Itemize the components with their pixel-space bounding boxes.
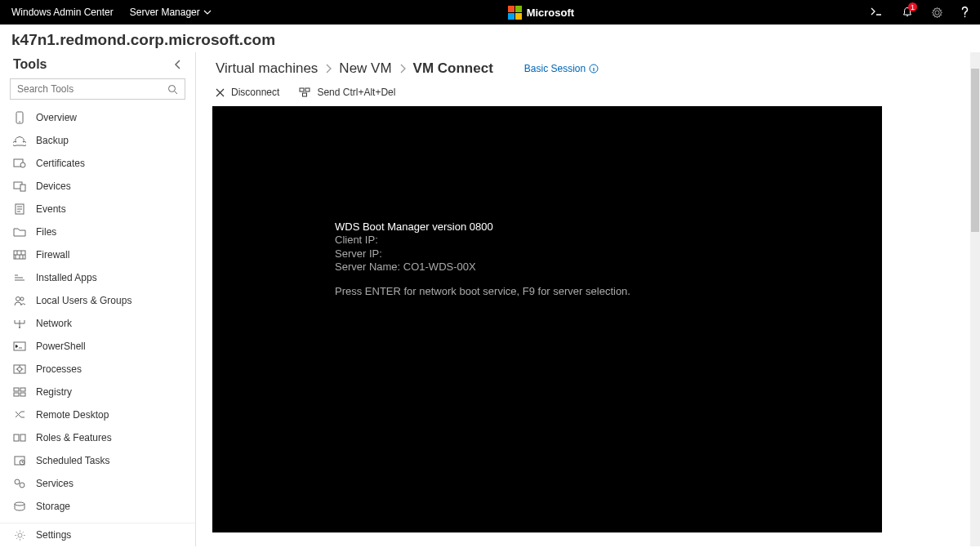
console-line: Press ENTER for network boot service, F9… <box>335 285 882 298</box>
keys-icon <box>299 87 310 97</box>
svg-rect-15 <box>14 388 19 391</box>
svg-rect-29 <box>305 88 310 91</box>
console-line: Server IP: <box>335 247 882 261</box>
breadcrumb-new-vm[interactable]: New VM <box>339 60 391 77</box>
vm-console[interactable]: WDS Boot Manager version 0800 Client IP:… <box>212 106 882 532</box>
breadcrumb-vm-connect: VM Connect <box>413 60 493 77</box>
sidebar-item-network[interactable]: Network <box>0 312 195 335</box>
session-label: Basic Session <box>524 63 586 74</box>
sidebar-item-label: Processes <box>36 363 82 375</box>
collapse-sidebar-button[interactable] <box>174 60 182 69</box>
server-manager-menu[interactable]: Server Manager <box>130 7 212 18</box>
notifications-button[interactable]: 1 <box>902 7 913 18</box>
svg-rect-30 <box>303 93 307 96</box>
chevron-left-icon <box>174 60 182 69</box>
content-scrollbar[interactable] <box>970 52 980 546</box>
microsoft-logo-icon <box>508 6 522 20</box>
sidebar-item-label: Storage <box>36 501 70 512</box>
sidebar-item-powershell[interactable]: PowerShell <box>0 335 195 358</box>
console-line: Server Name: CO1-WDS-00X <box>335 261 882 274</box>
sidebar-item-label: Remote Desktop <box>36 409 109 421</box>
chevron-right-icon <box>399 64 407 74</box>
topbar-center: Microsoft <box>212 6 871 20</box>
tools-list: Overview Backup Certificates Devices Eve… <box>0 106 195 523</box>
sidebar-item-certificates[interactable]: Certificates <box>0 152 195 175</box>
settings-label: Settings <box>36 529 71 541</box>
svg-point-14 <box>18 368 22 372</box>
disconnect-label: Disconnect <box>231 87 279 98</box>
svg-point-2 <box>19 121 20 123</box>
console-button[interactable] <box>871 7 884 17</box>
devices-icon <box>13 180 26 193</box>
svg-rect-20 <box>20 434 25 441</box>
sidebar-item-installed-apps[interactable]: Installed Apps <box>0 266 195 289</box>
svg-point-23 <box>15 479 20 484</box>
sidebar-item-scheduled-tasks[interactable]: Scheduled Tasks <box>0 449 195 472</box>
sidebar-item-label: Backup <box>36 135 69 146</box>
send-ctrlaltdel-button[interactable]: Send Ctrl+Alt+Del <box>299 87 395 98</box>
sidebar-settings[interactable]: Settings <box>0 523 195 546</box>
scrollbar-thumb[interactable] <box>971 69 979 232</box>
console-line: Client IP: <box>335 234 882 247</box>
info-icon <box>589 64 599 74</box>
search-input[interactable] <box>17 83 167 95</box>
svg-point-11 <box>19 327 20 328</box>
main: Tools Overview Backup Certificates Devic… <box>0 52 980 546</box>
breadcrumb-virtual-machines[interactable]: Virtual machines <box>216 60 318 77</box>
app-title[interactable]: Windows Admin Center <box>11 7 114 18</box>
svg-rect-6 <box>20 185 25 191</box>
brand-label: Microsoft <box>527 7 575 19</box>
sidebar-item-services[interactable]: Services <box>0 472 195 495</box>
sidebar-item-label: Files <box>36 226 56 238</box>
help-icon <box>961 7 969 18</box>
svg-point-9 <box>16 297 20 301</box>
sidebar-item-label: Services <box>36 478 74 489</box>
sidebar-item-files[interactable]: Files <box>0 221 195 243</box>
ctrlaltdel-label: Send Ctrl+Alt+Del <box>317 87 395 98</box>
gear-icon <box>931 7 943 19</box>
settings-button[interactable] <box>931 7 943 19</box>
sidebar-item-overview[interactable]: Overview <box>0 106 195 129</box>
apps-icon <box>13 271 26 284</box>
sidebar-item-backup[interactable]: Backup <box>0 129 195 152</box>
sidebar-item-events[interactable]: Events <box>0 198 195 221</box>
console-icon <box>871 7 884 17</box>
sidebar-item-registry[interactable]: Registry <box>0 381 195 403</box>
sidebar-item-label: Firewall <box>36 249 69 261</box>
sidebar-item-local-users[interactable]: Local Users & Groups <box>0 289 195 312</box>
basic-session-link[interactable]: Basic Session <box>524 63 599 74</box>
disconnect-button[interactable]: Disconnect <box>216 87 279 98</box>
server-name: k47n1.redmond.corp.microsoft.com <box>0 25 980 52</box>
sidebar-item-label: Roles & Features <box>36 432 112 443</box>
chevron-right-icon <box>324 64 332 74</box>
sidebar-item-devices[interactable]: Devices <box>0 175 195 198</box>
files-icon <box>13 225 26 238</box>
tools-title: Tools <box>13 57 47 72</box>
tasks-icon <box>13 454 26 467</box>
network-icon <box>13 317 26 330</box>
sidebar-item-firewall[interactable]: Firewall <box>0 243 195 266</box>
breadcrumb: Virtual machines New VM VM Connect Basic… <box>196 52 980 82</box>
svg-point-24 <box>20 483 24 488</box>
sidebar-item-label: Events <box>36 203 66 215</box>
sidebar-item-label: Local Users & Groups <box>36 295 131 306</box>
sidebar-item-roles-features[interactable]: Roles & Features <box>0 426 195 449</box>
help-button[interactable] <box>961 7 969 18</box>
sidebar-item-processes[interactable]: Processes <box>0 358 195 381</box>
certificates-icon <box>13 157 26 170</box>
search-box[interactable] <box>10 78 185 100</box>
topbar: Windows Admin Center Server Manager Micr… <box>0 0 980 25</box>
roles-icon <box>13 431 26 444</box>
storage-icon <box>13 500 26 513</box>
overview-icon <box>13 111 26 124</box>
services-icon <box>13 477 26 490</box>
menu-label: Server Manager <box>130 7 200 18</box>
sidebar-item-label: Certificates <box>36 158 85 169</box>
sidebar-item-remote-desktop[interactable]: Remote Desktop <box>0 403 195 426</box>
gear-icon <box>13 528 26 541</box>
sidebar-item-label: Overview <box>36 112 77 123</box>
sidebar-item-storage[interactable]: Storage <box>0 495 195 518</box>
close-icon <box>216 88 225 97</box>
svg-point-0 <box>169 85 176 91</box>
processes-icon <box>13 363 26 376</box>
